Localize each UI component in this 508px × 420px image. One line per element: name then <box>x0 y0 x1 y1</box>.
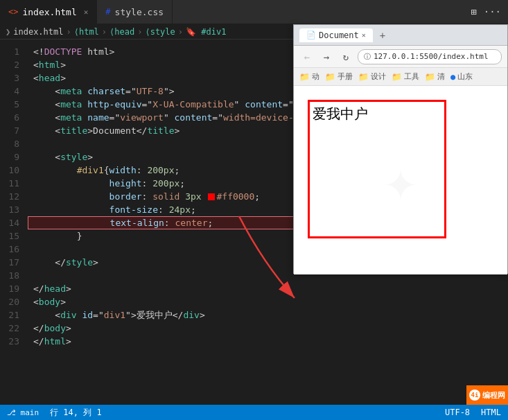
tab-label-index: index.html <box>22 7 76 17</box>
browser-bookmarks-bar: 📁 动 📁 手册 📁 设计 📁 工具 📁 清 ● 山东 <box>294 68 507 86</box>
tab-actions: ⊞ ··· <box>471 6 508 17</box>
bookmark-label-6: 山东 <box>457 71 473 82</box>
breadcrumb-item-file[interactable]: index.html <box>13 27 63 37</box>
more-actions-icon[interactable]: ··· <box>484 6 501 17</box>
split-editor-icon[interactable]: ⊞ <box>471 6 476 17</box>
code-line-19: </head> <box>28 282 508 295</box>
browser-new-tab-button[interactable]: + <box>380 30 385 41</box>
status-encoding: UTF-8 <box>445 408 470 417</box>
tab-bar: <> index.html ✕ # style.css ⊞ ··· <box>0 0 508 24</box>
address-bar[interactable]: ⓘ 127.0.0.1:5500/index.html <box>358 49 502 64</box>
bookmark-folder-icon-2: 📁 <box>325 72 335 82</box>
breadcrumb-item-div1[interactable]: 🔖 #div1 <box>186 27 226 37</box>
html-file-icon: <> <box>8 7 18 17</box>
bookmark-qing[interactable]: 📁 清 <box>425 71 445 82</box>
breadcrumb-sep-4: › <box>178 27 183 37</box>
code-line-21: <div id="div1">爱我中户</div> <box>28 308 508 322</box>
browser-tab-title: Document <box>319 30 359 40</box>
bookmark-folder-icon-5: 📁 <box>425 72 435 82</box>
breadcrumb-item-head[interactable]: ⟨head <box>110 27 134 37</box>
bookmark-label-3: 设计 <box>371 71 386 82</box>
bookmark-label-1: 动 <box>312 71 319 82</box>
logo-icon: 4i <box>469 390 480 401</box>
bookmark-shandong[interactable]: ● 山东 <box>450 71 473 82</box>
code-line-20: <body> <box>28 295 508 308</box>
bookmark-shouce[interactable]: 📁 手册 <box>325 71 353 82</box>
browser-tab[interactable]: 📄 Document ✕ <box>299 28 373 42</box>
address-lock-icon: ⓘ <box>364 52 371 62</box>
tab-close-index[interactable]: ✕ <box>84 8 89 17</box>
code-line-22: </body> <box>28 322 508 335</box>
browser-refresh-button[interactable]: ↻ <box>338 49 353 64</box>
breadcrumb-item-html[interactable]: ⟨html <box>74 27 99 37</box>
bookmark-web-icon: ● <box>450 72 455 82</box>
browser-tab-close[interactable]: ✕ <box>362 31 366 39</box>
status-bar: ⎇ main 行 14, 列 1 UTF-8 HTML <box>0 405 508 420</box>
rendered-div1: 爱我中户 <box>308 100 446 238</box>
breadcrumb-sep-2: › <box>102 27 107 37</box>
browser-viewport: 爱我中户 ✦ <box>294 86 507 274</box>
rendered-text: 爱我中户 <box>313 105 368 123</box>
status-position: 行 14, 列 1 <box>50 407 102 419</box>
bookmark-folder-icon-4: 📁 <box>392 72 402 82</box>
browser-back-button[interactable]: ← <box>299 49 315 64</box>
status-language: HTML <box>481 408 501 417</box>
browser-tab-icon: 📄 <box>306 30 316 40</box>
tab-style-css[interactable]: # style.css <box>97 0 173 24</box>
tab-label-style: style.css <box>115 7 164 17</box>
browser-forward-button[interactable]: → <box>319 49 334 64</box>
bookmark-folder-icon-1: 📁 <box>299 72 310 82</box>
logo-badge: 4i 编程网 <box>466 385 508 405</box>
bookmark-gongju[interactable]: 📁 工具 <box>392 71 419 82</box>
line-numbers: 12345 678910 1112131415 1617181920 21222… <box>0 40 28 405</box>
bookmark-folder-icon-3: 📁 <box>358 72 369 82</box>
browser-nav: ← → ↻ ⓘ 127.0.0.1:5500/index.html <box>294 46 507 68</box>
tab-index-html[interactable]: <> index.html ✕ <box>0 0 97 24</box>
bookmark-label-2: 手册 <box>338 71 353 82</box>
browser-window: 📄 Document ✕ + ← → ↻ ⓘ 127.0.0.1:5500/in… <box>293 24 508 274</box>
breadcrumb-sep-3: › <box>137 27 142 37</box>
browser-titlebar: 📄 Document ✕ + <box>294 25 507 46</box>
breadcrumb-chevron: ❯ <box>6 27 10 37</box>
status-branch: ⎇ main <box>7 408 39 417</box>
bookmark-label-4: 工具 <box>404 71 419 82</box>
bookmark-label-5: 清 <box>437 71 445 82</box>
breadcrumb-item-style[interactable]: ⟨style <box>145 27 175 37</box>
bookmark-sheji[interactable]: 📁 设计 <box>358 71 386 82</box>
code-line-23: </html> <box>28 335 508 348</box>
address-url: 127.0.0.1:5500/index.html <box>374 52 489 61</box>
logo-text: 编程网 <box>482 390 505 401</box>
breadcrumb-sep-1: › <box>66 27 71 37</box>
bookmark-dong[interactable]: 📁 动 <box>299 71 319 82</box>
css-file-icon: # <box>105 7 110 17</box>
